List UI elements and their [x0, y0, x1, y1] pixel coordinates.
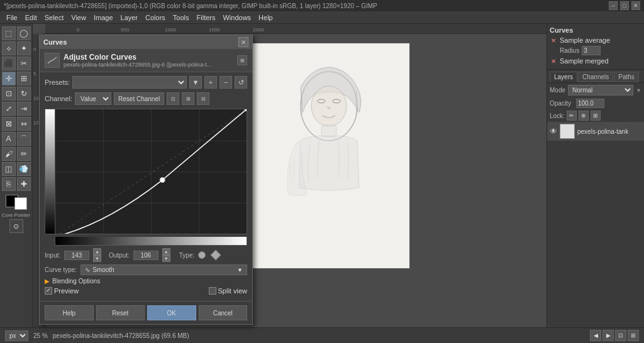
menu-view[interactable]: View	[67, 14, 90, 21]
zoom-to-fit-btn[interactable]: ⊡	[615, 330, 626, 341]
reset-channel-button[interactable]: Reset Channel	[114, 92, 164, 105]
scissors-tool[interactable]: ✂	[17, 57, 31, 70]
clone-tool[interactable]: ⎘	[2, 177, 16, 191]
unit-select[interactable]: px	[5, 330, 28, 341]
shear-tool[interactable]: ⇥	[17, 102, 31, 116]
scroll-left-btn[interactable]: ◀	[590, 330, 601, 341]
curve-type-select[interactable]: ∿ Smooth ▼	[80, 264, 247, 275]
window-title: *[pexels-polina-tankilevitch-4728655] (i…	[4, 3, 377, 9]
menu-image[interactable]: Image	[90, 14, 117, 21]
lock-alpha-btn[interactable]: ⊞	[591, 111, 601, 121]
maximize-button[interactable]: □	[620, 1, 629, 10]
lock-pixels-btn[interactable]: ✏	[567, 111, 577, 121]
menu-colors[interactable]: Colors	[142, 14, 169, 21]
eraser-tool[interactable]: ◫	[2, 162, 16, 176]
dialog-close-button[interactable]: ✕	[238, 37, 248, 47]
sample-average-close[interactable]: ✕	[550, 37, 557, 44]
menu-windows[interactable]: Windows	[219, 14, 255, 21]
channel-select[interactable]: Value Red Green Blue Alpha	[75, 92, 111, 105]
presets-select[interactable]	[72, 76, 187, 89]
dialog-header-file: pexels-polina-tankilevitch-4728655.jpg-6…	[64, 62, 211, 68]
fullscreen-btn[interactable]: ⊞	[628, 330, 639, 341]
tab-paths[interactable]: Paths	[614, 72, 639, 82]
zoom-level: 25 %	[33, 332, 48, 339]
preview-checkbox[interactable]	[45, 287, 52, 295]
airbrush-tool[interactable]: 💨	[17, 162, 31, 176]
mode-select[interactable]: Normal	[568, 85, 633, 95]
help-button[interactable]: Help	[45, 305, 94, 320]
split-view-checkbox[interactable]	[209, 287, 216, 295]
ellipse-select-tool[interactable]: ◯	[17, 26, 31, 40]
curves-graph[interactable]	[55, 109, 247, 234]
text-tool[interactable]: A	[2, 132, 16, 146]
svg-point-2	[311, 86, 347, 126]
type-circle-btn[interactable]	[198, 251, 206, 259]
scroll-right-btn[interactable]: ▶	[602, 330, 614, 341]
tab-channels[interactable]: Channels	[578, 72, 613, 82]
dialog-titlebar[interactable]: Curves ✕	[40, 35, 252, 49]
output-up-btn[interactable]: ▲	[162, 248, 170, 255]
menu-edit[interactable]: Edit	[21, 14, 41, 21]
curves-invert-btn[interactable]: ⊟	[197, 92, 209, 105]
channel-row: Channel: Value Red Green Blue Alpha Rese…	[45, 92, 247, 105]
sample-merged-close[interactable]: ✕	[550, 58, 557, 65]
scale-tool[interactable]: ⤢	[2, 102, 16, 116]
curves-svg	[55, 109, 247, 234]
input-down-btn[interactable]: ▼	[93, 255, 101, 262]
heal-tool[interactable]: ✚	[17, 177, 31, 191]
flip-tool[interactable]: ⇔	[17, 117, 31, 131]
presets-add-btn[interactable]: +	[204, 76, 217, 89]
perspective-tool[interactable]: ⊠	[2, 117, 16, 131]
right-panel: Curves ✕ Sample average Radius ✕ Sample …	[547, 24, 644, 332]
presets-refresh-btn[interactable]: ↺	[235, 76, 247, 89]
curve-type-row: Curve type: ∿ Smooth ▼	[45, 264, 247, 275]
opacity-input[interactable]	[576, 99, 604, 108]
split-view-label: Split view	[218, 287, 247, 295]
select-by-color-tool[interactable]: ⬛	[2, 57, 16, 70]
split-view-checkbox-wrapper: Split view	[209, 287, 247, 295]
channel-label: Channel:	[45, 95, 72, 102]
curves-copy-btn[interactable]: ⊡	[167, 92, 179, 105]
crop-tool[interactable]: ⊡	[2, 87, 16, 101]
menu-tools[interactable]: Tools	[169, 14, 193, 21]
ok-button[interactable]: OK	[147, 305, 196, 320]
menu-file[interactable]: File	[3, 14, 21, 21]
lock-position-btn[interactable]: ⊕	[579, 111, 589, 121]
presets-delete-btn[interactable]: −	[219, 76, 232, 89]
presets-row: Presets: ▼ + − ↺	[45, 76, 247, 89]
output-down-btn[interactable]: ▼	[162, 255, 170, 262]
free-select-tool[interactable]: ⟡	[2, 41, 16, 55]
curve-type-value: Smooth	[92, 266, 114, 273]
path-tool[interactable]: ⌒	[17, 132, 31, 146]
move-tool[interactable]: ✛	[2, 72, 16, 85]
menu-select[interactable]: Select	[41, 14, 68, 21]
input-up-btn[interactable]: ▲	[93, 248, 101, 255]
fuzzy-select-tool[interactable]: ✦	[17, 41, 31, 55]
input-value[interactable]	[64, 251, 89, 260]
close-button[interactable]: ✕	[631, 1, 640, 10]
radius-input[interactable]	[582, 46, 601, 55]
layer-visibility-toggle[interactable]: 👁	[550, 127, 557, 136]
core-pointer-label: Core Pointer	[2, 212, 30, 218]
output-value[interactable]	[133, 251, 158, 260]
presets-open-btn[interactable]: ▼	[189, 76, 202, 89]
cancel-button[interactable]: Cancel	[199, 305, 248, 320]
blending-label[interactable]: Blending Options	[52, 278, 100, 285]
presets-label: Presets:	[45, 79, 70, 86]
expand-btn[interactable]: ⊞	[237, 55, 247, 65]
curves-paste-btn[interactable]: ⊞	[182, 92, 194, 105]
rectangle-select-tool[interactable]: ⬚	[2, 26, 16, 40]
minimize-button[interactable]: –	[609, 1, 618, 10]
pencil-tool[interactable]: ✏	[17, 147, 31, 161]
tab-layers[interactable]: Layers	[550, 72, 577, 82]
paintbrush-tool[interactable]: 🖌	[2, 147, 16, 161]
background-color[interactable]	[14, 197, 27, 210]
rotate-tool[interactable]: ↻	[17, 87, 31, 101]
alignment-tool[interactable]: ⊞	[17, 72, 31, 85]
reset-button[interactable]: Reset	[96, 305, 145, 320]
menu-layer[interactable]: Layer	[117, 14, 142, 21]
type-diamond-btn[interactable]	[211, 250, 221, 261]
menu-help[interactable]: Help	[255, 14, 277, 21]
menu-filters[interactable]: Filters	[193, 14, 219, 21]
filename-status: pexels-polina-tankilevitch-4728655.jpg (…	[53, 332, 189, 339]
